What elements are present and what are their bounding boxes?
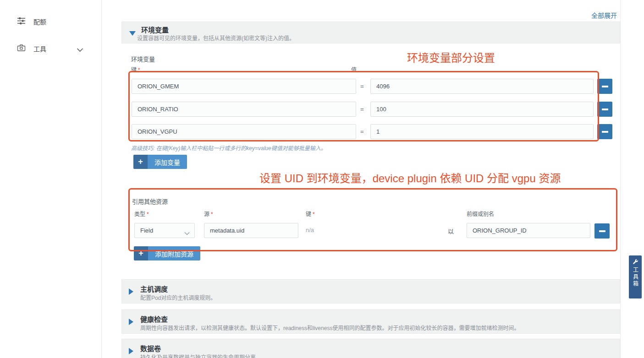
required-asterisk: *: [313, 211, 315, 217]
section-description: 持久化及共享数据并与独立容器的生命周期分离。: [140, 353, 261, 358]
ref-source-label: 源*: [204, 210, 213, 217]
toolbox-icon: [17, 43, 26, 52]
select-chevron-icon: [184, 229, 190, 233]
key-column-header: 键*: [131, 65, 140, 73]
add-resource-button[interactable]: + 添加附加资源: [134, 246, 200, 260]
toolbox-tab-label: 工具箱: [632, 267, 639, 287]
expand-all-link[interactable]: 全部展开: [591, 11, 617, 20]
ref-type-selected-value: Field: [140, 227, 153, 234]
remove-resource-button[interactable]: [594, 223, 610, 239]
sidebar-item-quota[interactable]: 配额: [0, 14, 102, 28]
env-group-label: 环境变量: [131, 54, 155, 63]
env-key-input[interactable]: [132, 102, 356, 117]
expand-triangle-icon: [129, 348, 133, 354]
add-variable-label: 添加变量: [148, 155, 187, 169]
sidebar-item-label: 工具: [33, 44, 46, 53]
section-env-header[interactable]: 环境变量 设置容器可见的环境变量，包括从其他资源(如密文等)注入的值。: [121, 22, 620, 43]
expand-triangle-icon: [129, 288, 133, 295]
ref-type-label: 类型*: [134, 210, 149, 217]
equals-sign: =: [360, 83, 364, 90]
section-volumes-header[interactable]: 数据卷 持久化及共享数据并与独立容器的生命周期分离。: [121, 339, 620, 358]
env-value-input[interactable]: [370, 124, 594, 139]
annotation-env-note: 环境变量部分设置: [407, 49, 495, 65]
content-right-divider: [620, 0, 621, 358]
sidebar: 配额 工具: [0, 0, 102, 358]
section-host-scheduling-header[interactable]: 主机调度 配置Pod对应的主机调度规则。: [121, 279, 620, 304]
required-asterisk: *: [138, 67, 140, 73]
required-asterisk: *: [211, 211, 213, 217]
expand-triangle-icon: [129, 319, 133, 325]
sidebar-item-tools[interactable]: 工具: [0, 41, 102, 55]
required-asterisk: *: [147, 211, 149, 217]
ref-key-label: 键*: [306, 210, 315, 217]
ref-as-word: 以: [448, 227, 454, 235]
minus-icon: [602, 108, 608, 110]
ref-key-value: n/a: [306, 227, 314, 233]
toolbox-tab[interactable]: 工具箱: [629, 255, 642, 298]
ref-source-input[interactable]: [204, 223, 298, 238]
ref-group-label: 引用其他资源: [132, 197, 168, 206]
ref-type-select[interactable]: Field: [134, 223, 195, 238]
plus-icon: +: [134, 246, 148, 260]
annotation-uid-note: 设置 UID 到环境变量，device plugin 依赖 UID 分配 vgp…: [259, 169, 561, 185]
minus-icon: [602, 131, 608, 133]
remove-variable-button[interactable]: [597, 102, 612, 117]
section-title: 环境变量: [141, 25, 169, 34]
equals-sign: =: [360, 128, 364, 135]
value-column-header: 值: [351, 65, 357, 73]
remove-variable-button[interactable]: [597, 79, 612, 94]
add-resource-label: 添加附加资源: [148, 246, 200, 260]
annotation-box-ref: [128, 188, 617, 251]
section-title: 健康检查: [140, 314, 168, 324]
env-value-input[interactable]: [370, 79, 594, 94]
ref-prefix-input[interactable]: [467, 223, 590, 238]
batch-input-tip: 高级技巧: 在键(Key)输入栏中粘贴一行或多行的key=value键值对能够批…: [131, 144, 326, 152]
section-title: 主机调度: [140, 284, 168, 293]
equals-sign: =: [360, 106, 364, 113]
section-description: 设置容器可见的环境变量，包括从其他资源(如密文等)注入的值。: [137, 34, 295, 42]
section-title: 数据卷: [140, 343, 161, 353]
section-description: 配置Pod对应的主机调度规则。: [140, 293, 216, 301]
collapse-triangle-icon: [129, 31, 136, 36]
chevron-down-icon: [77, 46, 83, 50]
wrench-icon: [632, 259, 638, 265]
app-root: 配额 工具 全部展开 环境变量 设置容器可见的环境变量，包括从其他资源(如密文等…: [0, 0, 644, 358]
env-value-input[interactable]: [370, 102, 594, 117]
section-description: 周期性向容器发出请求，以检测其健康状态。默认设置下，readiness和live…: [140, 324, 519, 331]
add-variable-button[interactable]: + 添加变量: [133, 155, 187, 169]
sliders-icon: [17, 16, 26, 25]
ref-prefix-label: 前缀或别名: [467, 210, 494, 217]
minus-icon: [599, 230, 605, 232]
minus-icon: [602, 86, 608, 87]
sidebar-item-label: 配额: [33, 17, 46, 26]
remove-variable-button[interactable]: [597, 124, 612, 139]
section-health-check-header[interactable]: 健康检查 周期性向容器发出请求，以检测其健康状态。默认设置下，readiness…: [121, 309, 620, 334]
env-key-input[interactable]: [132, 124, 356, 139]
plus-icon: +: [133, 155, 148, 169]
env-key-input[interactable]: [132, 79, 356, 94]
